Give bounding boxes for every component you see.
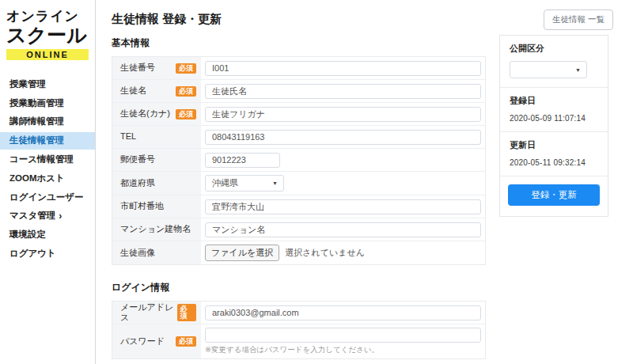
student-image-file-button[interactable]: ファイルを選択 [205, 245, 279, 261]
sidebar-item-logout[interactable]: ログアウト [0, 245, 95, 263]
field-label-cell: 郵便番号 [112, 149, 201, 171]
field-label: 都道府県 [120, 178, 155, 188]
field-label: メールアドレス [120, 302, 177, 323]
table-row: 市町村番地 [112, 195, 485, 218]
sidebar-item-label: コース情報管理 [9, 154, 74, 165]
table-row: 生徒名 必須 [112, 80, 485, 103]
publish-label: 公開区分 [510, 43, 598, 55]
field-label: マンション建物名 [120, 224, 191, 234]
required-badge: 必須 [176, 109, 196, 119]
field-label: パスワード [120, 336, 165, 347]
field-label-cell: 市町村番地 [112, 195, 201, 218]
tel-input[interactable] [205, 130, 481, 145]
sidebar-item-label: マスタ管理 [9, 210, 55, 222]
form-column: 基本情報 生徒番号 必須 [112, 35, 486, 364]
required-badge: 必須 [176, 336, 196, 347]
logo-online-badge: ONLINE [6, 49, 89, 60]
field-input-cell: ※変更する場合はパスワードを入力してください。 [201, 324, 485, 358]
login-info-table: メールアドレス 必須 パスワード 必須 [112, 301, 486, 359]
student-number-input[interactable] [205, 61, 481, 76]
sidebar: オンライン スクール ONLINE 授業管理 授業動画管理 講師情報管理 生徒情… [0, 0, 96, 364]
field-label: 生徒名 [120, 85, 146, 96]
page-header: 生徒情報 登録・更新 生徒情報 一覧 [112, 9, 613, 30]
sidebar-item-label: 授業動画管理 [9, 98, 64, 109]
field-input-cell [201, 195, 485, 218]
table-row: 都道府県 沖縄県 ▼ [112, 172, 485, 195]
sidebar-item-student-info-management[interactable]: 生徒情報管理 [0, 132, 95, 150]
field-label-cell: メールアドレス 必須 [112, 301, 201, 324]
postal-code-input[interactable] [205, 153, 280, 168]
field-label: 郵便番号 [120, 154, 155, 165]
student-kana-input[interactable] [205, 107, 481, 122]
field-label-cell: 都道府県 [112, 172, 201, 195]
field-label: TEL [120, 131, 136, 142]
field-input-cell: 沖縄県 ▼ [201, 172, 485, 195]
field-label-cell: TEL [112, 126, 201, 148]
section-title-basic: 基本情報 [112, 36, 486, 50]
sidebar-item-label: ZOOMホスト [9, 173, 65, 184]
sidebar-item-course-info-management[interactable]: コース情報管理 [0, 151, 95, 169]
sidebar-item-environment-settings[interactable]: 環境設定 [0, 226, 95, 244]
email-input[interactable] [205, 305, 481, 320]
student-name-input[interactable] [205, 84, 481, 99]
submit-section: 登録・更新 [500, 176, 608, 216]
file-selection-status: 選択されていません [285, 247, 365, 259]
sidebar-item-login-user[interactable]: ログインユーザー [0, 189, 95, 207]
required-badge: 必須 [177, 304, 196, 321]
basic-info-table: 生徒番号 必須 生徒名 必須 [112, 56, 486, 265]
building-name-input[interactable] [205, 222, 481, 237]
field-label: 生徒名(カナ) [120, 108, 170, 119]
field-input-cell [201, 126, 485, 148]
field-label-cell: 生徒画像 [112, 241, 201, 264]
sidebar-item-label: 生徒情報管理 [9, 135, 64, 146]
field-label: 市町村番地 [120, 201, 164, 211]
updated-date-section: 更新日 2020-05-11 09:32:14 [500, 132, 608, 176]
address-input[interactable] [205, 199, 481, 214]
chevron-right-icon: › [59, 211, 62, 221]
main-content: 生徒情報 登録・更新 生徒情報 一覧 基本情報 生徒番号 必須 [96, 0, 633, 364]
sidebar-item-label: ログインユーザー [9, 192, 84, 203]
registered-date-section: 登録日 2020-05-09 11:07:14 [500, 88, 608, 132]
table-row: パスワード 必須 ※変更する場合はパスワードを入力してください。 [112, 324, 485, 358]
field-input-cell [201, 149, 485, 171]
basic-info-section: 基本情報 生徒番号 必須 [112, 36, 486, 265]
registered-date-label: 登録日 [510, 95, 598, 107]
sidebar-item-master-management[interactable]: マスタ管理 › [0, 207, 95, 225]
field-input-cell [201, 57, 485, 79]
table-row: メールアドレス 必須 [112, 301, 485, 324]
updated-date-value: 2020-05-11 09:32:14 [510, 158, 598, 167]
field-input-cell [201, 103, 485, 125]
required-badge: 必須 [176, 86, 196, 97]
field-label: 生徒画像 [120, 248, 155, 258]
field-label-cell: 生徒名(カナ) 必須 [112, 103, 201, 125]
login-info-section: ログイン情報 メールアドレス 必須 [112, 281, 486, 359]
required-badge: 必須 [176, 63, 196, 74]
prefecture-select[interactable]: 沖縄県 ▼ [205, 175, 284, 191]
table-row: 生徒画像 ファイルを選択 選択されていません [112, 241, 485, 264]
field-input-cell [201, 218, 485, 241]
logo-line1: オンライン [6, 8, 89, 25]
chevron-down-icon: ▼ [272, 180, 278, 186]
field-input-cell [201, 80, 485, 102]
prefecture-select-value: 沖縄県 [212, 177, 238, 189]
publish-panel: 公開区分 ▼ 登録日 2020-05-09 11:07:14 更新日 2020-… [499, 35, 608, 217]
sidebar-item-class-video-management[interactable]: 授業動画管理 [0, 95, 95, 112]
register-update-button[interactable]: 登録・更新 [508, 184, 600, 206]
sidebar-item-class-management[interactable]: 授業管理 [0, 76, 95, 93]
table-row: 生徒番号 必須 [112, 57, 485, 80]
field-label-cell: パスワード 必須 [112, 324, 201, 358]
password-input[interactable] [205, 328, 481, 343]
publish-select[interactable]: ▼ [510, 61, 587, 78]
field-input-cell: ファイルを選択 選択されていません [201, 241, 485, 264]
chevron-down-icon: ▼ [575, 67, 581, 73]
content-area: 基本情報 生徒番号 必須 [112, 35, 613, 364]
field-label-cell: マンション建物名 [112, 218, 201, 241]
table-row: TEL [112, 126, 485, 149]
app-window: オンライン スクール ONLINE 授業管理 授業動画管理 講師情報管理 生徒情… [0, 0, 633, 364]
sidebar-item-zoom-host[interactable]: ZOOMホスト [0, 170, 95, 188]
field-label-cell: 生徒番号 必須 [112, 57, 201, 79]
sidebar-item-instructor-info-management[interactable]: 講師情報管理 [0, 113, 95, 131]
section-title-login: ログイン情報 [112, 281, 486, 294]
student-list-button[interactable]: 生徒情報 一覧 [544, 9, 613, 30]
sidebar-item-label: ログアウト [9, 248, 56, 260]
